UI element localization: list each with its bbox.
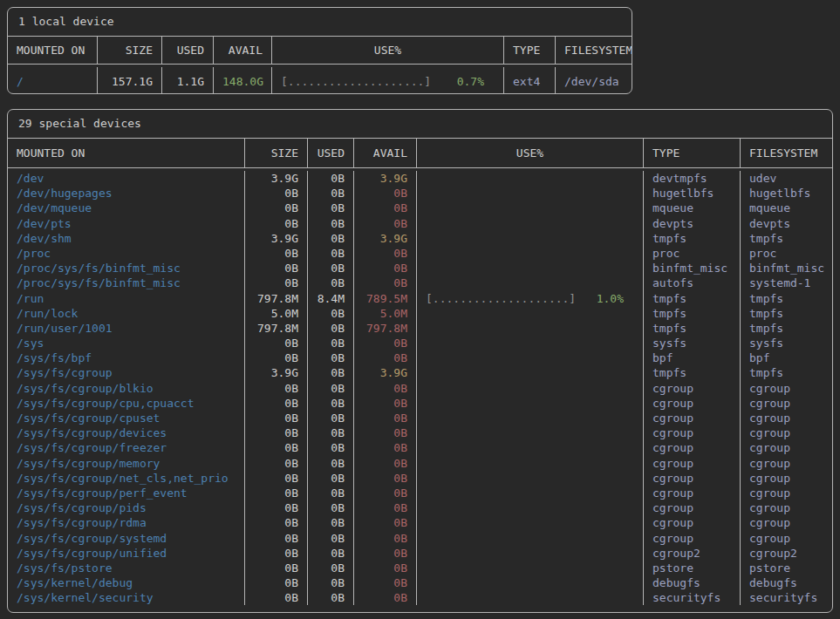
cell-avail: 0B <box>354 275 417 290</box>
cell-used: 0B <box>308 456 354 471</box>
cell-use-percent <box>417 531 644 546</box>
local-devices-table: 1 local device MOUNTED ON SIZE USED AVAI… <box>7 7 632 94</box>
cell-type: cgroup <box>644 515 741 530</box>
cell-type: cgroup <box>644 425 741 440</box>
cell-avail: 789.5M <box>354 291 417 306</box>
cell-mounted-on: /sys/fs/bpf <box>8 350 245 365</box>
cell-use-percent: [....................]1.0% <box>417 291 644 306</box>
special-devices-rows: /dev3.9G0B3.9Gdevtmpfsudev/dev/hugepages… <box>8 168 832 609</box>
table-row: /proc/sys/fs/binfmt_misc0B0B0Bautofssyst… <box>8 275 832 290</box>
cell-type: cgroup <box>644 456 741 471</box>
cell-used: 0B <box>308 515 354 530</box>
cell-use-percent <box>417 500 644 515</box>
table-row: /proc/sys/fs/binfmt_misc0B0B0Bbinfmt_mis… <box>8 261 832 275</box>
column-header-avail: AVAIL <box>214 37 272 64</box>
cell-used: 0B <box>308 440 354 455</box>
cell-size: 0B <box>245 261 308 275</box>
cell-type: securityfs <box>644 590 741 605</box>
cell-mounted-on: /sys/fs/cgroup/perf_event <box>8 486 245 500</box>
cell-filesystem: cgroup <box>741 531 832 546</box>
cell-filesystem: tmpfs <box>741 291 832 306</box>
column-header-size: SIZE <box>245 139 308 167</box>
cell-type: tmpfs <box>644 231 741 246</box>
table-row: /sys/fs/cgroup/rdma0B0B0Bcgroupcgroup <box>8 515 832 530</box>
cell-type: pstore <box>644 561 741 575</box>
cell-avail: 0B <box>354 336 417 350</box>
cell-used: 0B <box>308 231 354 246</box>
cell-size: 0B <box>245 471 308 486</box>
cell-avail: 0B <box>354 261 417 275</box>
cell-type: debugfs <box>644 575 741 590</box>
cell-use-percent <box>417 425 644 440</box>
cell-used: 0B <box>308 321 354 336</box>
cell-mounted-on: /dev/hugepages <box>8 186 245 201</box>
table-row: /run/lock5.0M0B5.0Mtmpfstmpfs <box>8 306 832 321</box>
cell-avail: 0B <box>354 246 417 261</box>
usage-percent: 0.7% <box>457 67 484 94</box>
cell-used: 0B <box>308 411 354 425</box>
cell-use-percent <box>417 486 644 500</box>
cell-used: 0B <box>308 531 354 546</box>
special-devices-header: MOUNTED ON SIZE USED AVAIL USE% TYPE FIL… <box>8 139 832 168</box>
cell-used: 0B <box>308 471 354 486</box>
cell-use-percent <box>417 561 644 575</box>
cell-avail: 0B <box>354 575 417 590</box>
cell-filesystem: cgroup <box>741 411 832 425</box>
table-row: /sys/fs/cgroup/freezer0B0B0Bcgroupcgroup <box>8 440 832 455</box>
cell-use-percent <box>417 186 644 201</box>
table-row: /sys/fs/cgroup/blkio0B0B0Bcgroupcgroup <box>8 381 832 396</box>
column-header-size: SIZE <box>98 37 162 64</box>
table-row: /run/user/1001797.8M0B797.8Mtmpfstmpfs <box>8 321 832 336</box>
table-row: /dev/shm3.9G0B3.9Gtmpfstmpfs <box>8 231 832 246</box>
cell-filesystem: devpts <box>741 216 832 231</box>
cell-type: proc <box>644 246 741 261</box>
cell-mounted-on: /proc <box>8 246 245 261</box>
cell-size: 0B <box>245 575 308 590</box>
cell-use-percent <box>417 306 644 321</box>
cell-mounted-on: /sys <box>8 336 245 350</box>
cell-used: 0B <box>308 575 354 590</box>
cell-mounted-on: /run/lock <box>8 306 245 321</box>
cell-avail: 0B <box>354 590 417 605</box>
cell-used: 0B <box>308 261 354 275</box>
cell-avail: 0B <box>354 201 417 215</box>
cell-avail: 0B <box>354 531 417 546</box>
cell-use-percent <box>417 575 644 590</box>
cell-use-percent <box>417 336 644 350</box>
table-row: /sys/fs/cgroup/memory0B0B0Bcgroupcgroup <box>8 456 832 471</box>
cell-used: 0B <box>308 275 354 290</box>
cell-use-percent <box>417 246 644 261</box>
cell-mounted-on: /sys/fs/cgroup/net_cls,net_prio <box>8 471 245 486</box>
column-header-mounted-on: MOUNTED ON <box>8 37 98 64</box>
table-row: /dev/pts0B0B0Bdevptsdevpts <box>8 216 832 231</box>
cell-type: cgroup <box>644 411 741 425</box>
cell-type: cgroup2 <box>644 546 741 561</box>
cell-size: 797.8M <box>245 321 308 336</box>
cell-used: 0B <box>308 246 354 261</box>
cell-type: devtmpfs <box>644 171 741 186</box>
cell-filesystem: hugetlbfs <box>741 186 832 201</box>
table-row: /sys/fs/cgroup/cpuset0B0B0Bcgroupcgroup <box>8 411 832 425</box>
cell-filesystem: cgroup <box>741 440 832 455</box>
cell-mounted-on: /proc/sys/fs/binfmt_misc <box>8 275 245 290</box>
cell-use-percent <box>417 261 644 275</box>
cell-type: hugetlbfs <box>644 186 741 201</box>
table-row: /sys/fs/cgroup/unified0B0B0Bcgroup2cgrou… <box>8 546 832 561</box>
cell-size: 0B <box>245 500 308 515</box>
cell-filesystem: securityfs <box>741 590 832 605</box>
table-row: /sys/kernel/debug0B0B0Bdebugfsdebugfs <box>8 575 832 590</box>
cell-filesystem: cgroup2 <box>741 546 832 561</box>
cell-size: 0B <box>245 246 308 261</box>
cell-size: 0B <box>245 546 308 561</box>
cell-mounted-on: /sys/fs/pstore <box>8 561 245 575</box>
table-row: /run797.8M8.4M789.5M[...................… <box>8 291 832 306</box>
cell-avail: 0B <box>354 186 417 201</box>
column-header-use-percent: USE% <box>417 139 644 167</box>
column-header-use-percent: USE% <box>272 37 504 64</box>
table-row: /sys0B0B0Bsysfssysfs <box>8 336 832 350</box>
cell-size: 0B <box>245 275 308 290</box>
cell-filesystem: /dev/sda <box>556 67 632 94</box>
cell-type: binfmt_misc <box>644 261 741 275</box>
column-header-avail: AVAIL <box>354 139 417 167</box>
cell-avail: 3.9G <box>354 231 417 246</box>
